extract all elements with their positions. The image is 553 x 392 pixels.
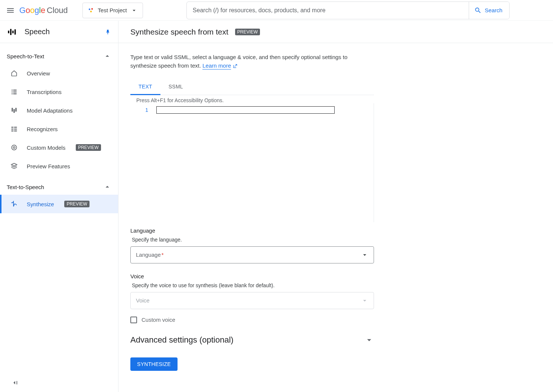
chevron-up-icon <box>103 183 111 191</box>
nav-item-synthesize[interactable]: Synthesize PREVIEW <box>0 195 118 213</box>
svg-rect-10 <box>12 127 14 128</box>
hamburger-icon <box>6 6 15 15</box>
svg-rect-7 <box>12 108 13 111</box>
select-placeholder: Voice <box>136 297 150 304</box>
sidebar: Speech Speech-to-Text Overview Transcrip… <box>0 21 118 392</box>
sidebar-product-title: Speech <box>25 27 97 36</box>
editor-content[interactable] <box>156 103 374 222</box>
chevron-down-icon <box>364 335 374 345</box>
project-icon <box>88 7 94 13</box>
nav-menu-button[interactable] <box>6 6 15 15</box>
sidebar-product-header: Speech <box>0 21 118 43</box>
tune-icon <box>10 107 18 114</box>
nav-item-model-adaptations[interactable]: Model Adaptations <box>0 101 118 120</box>
language-select[interactable]: Language* <box>130 246 374 263</box>
svg-rect-3 <box>8 30 10 33</box>
editor-cursor-line <box>156 106 335 114</box>
nav-item-label: Transcriptions <box>27 89 62 95</box>
nav-group-label: Speech-to-Text <box>7 53 44 59</box>
nav-item-label: Synthesize <box>27 201 54 207</box>
svg-rect-8 <box>13 109 14 113</box>
voice-select[interactable]: Voice <box>130 292 374 309</box>
caret-down-icon <box>131 7 137 14</box>
language-heading: Language <box>130 227 374 234</box>
advanced-settings-toggle[interactable]: Advanced settings (optional) <box>130 335 374 345</box>
ai-icon <box>10 144 18 151</box>
google-cloud-logo[interactable]: Google Cloud <box>19 6 68 15</box>
project-picker[interactable]: Test Project <box>82 3 143 18</box>
editor-accessibility-hint: Press Alt+F1 for Accessibility Options. <box>130 95 374 103</box>
tab-ssml[interactable]: SSML <box>160 79 191 95</box>
nav-item-recognizers[interactable]: Recognizers <box>0 120 118 138</box>
caret-down-icon <box>361 297 368 304</box>
svg-rect-13 <box>14 129 17 130</box>
sidebar-nav: Speech-to-Text Overview Transcriptions M… <box>0 43 118 218</box>
preview-badge: PREVIEW <box>235 29 260 35</box>
voice-heading: Voice <box>130 273 374 279</box>
speech-product-icon <box>7 27 17 37</box>
top-header: Google Cloud Test Project Search <box>0 0 553 21</box>
svg-point-0 <box>89 8 90 10</box>
nav-group-label: Text-to-Speech <box>7 184 44 190</box>
nav-item-custom-models[interactable]: Custom Models PREVIEW <box>0 138 118 157</box>
nav-item-label: Model Adaptations <box>27 107 72 114</box>
svg-rect-9 <box>15 108 16 111</box>
language-help: Specify the language. <box>132 237 374 243</box>
search-icon <box>474 7 482 14</box>
tab-text[interactable]: TEXT <box>130 79 160 95</box>
collapse-sidebar-button[interactable] <box>10 379 19 387</box>
svg-rect-11 <box>14 127 17 128</box>
preview-badge: PREVIEW <box>64 201 89 207</box>
home-icon <box>10 69 18 77</box>
nav-item-label: Custom Models <box>27 145 65 151</box>
nav-item-label: Preview Features <box>27 163 70 169</box>
list-icon <box>10 88 18 95</box>
search-button[interactable]: Search <box>469 2 509 19</box>
nav-group-text-to-speech[interactable]: Text-to-Speech <box>0 179 118 195</box>
svg-rect-12 <box>12 129 14 130</box>
stack-icon <box>10 162 18 170</box>
line-number: 1 <box>145 107 148 113</box>
svg-point-2 <box>90 10 92 12</box>
page-title: Synthesize speech from text <box>130 27 228 36</box>
svg-point-1 <box>91 8 93 9</box>
custom-voice-row: Custom voice <box>130 317 374 323</box>
voice-help: Specify the voice to use for synthesis (… <box>132 282 374 288</box>
wave-icon <box>10 200 18 208</box>
input-mode-tabs: TEXT SSML <box>130 79 374 95</box>
external-link-icon <box>232 64 238 69</box>
pin-icon <box>105 29 111 35</box>
search-button-label: Search <box>485 7 502 13</box>
nav-group-speech-to-text[interactable]: Speech-to-Text <box>0 48 118 64</box>
grid-icon <box>10 125 18 133</box>
custom-voice-checkbox[interactable] <box>130 317 137 323</box>
global-search: Search <box>186 1 510 19</box>
svg-rect-15 <box>14 130 17 132</box>
main-header: Synthesize speech from text PREVIEW <box>118 21 553 43</box>
nav-item-preview-features[interactable]: Preview Features <box>0 157 118 175</box>
nav-item-label: Recognizers <box>27 126 58 132</box>
pin-button[interactable] <box>105 29 111 35</box>
text-editor[interactable]: 1 <box>130 103 374 222</box>
chevron-up-icon <box>103 52 111 60</box>
search-input[interactable] <box>187 7 469 14</box>
preview-badge: PREVIEW <box>76 144 101 151</box>
svg-rect-6 <box>14 29 16 35</box>
svg-rect-14 <box>12 130 14 132</box>
svg-point-16 <box>13 147 15 149</box>
project-name: Test Project <box>98 7 127 13</box>
synthesize-button[interactable]: SYNTHESIZE <box>130 357 178 371</box>
svg-rect-4 <box>10 29 12 35</box>
advanced-settings-title: Advanced settings (optional) <box>130 335 364 345</box>
main-panel: Synthesize speech from text PREVIEW Type… <box>118 21 553 392</box>
nav-item-overview[interactable]: Overview <box>0 64 118 82</box>
select-placeholder: Language <box>136 252 161 258</box>
editor-gutter: 1 <box>130 103 156 222</box>
nav-item-label: Overview <box>27 70 50 77</box>
custom-voice-label: Custom voice <box>141 317 175 323</box>
caret-down-icon <box>361 251 368 259</box>
svg-point-17 <box>12 145 16 150</box>
learn-more-link[interactable]: Learn more <box>202 62 231 69</box>
nav-item-transcriptions[interactable]: Transcriptions <box>0 82 118 101</box>
svg-rect-5 <box>12 30 13 33</box>
